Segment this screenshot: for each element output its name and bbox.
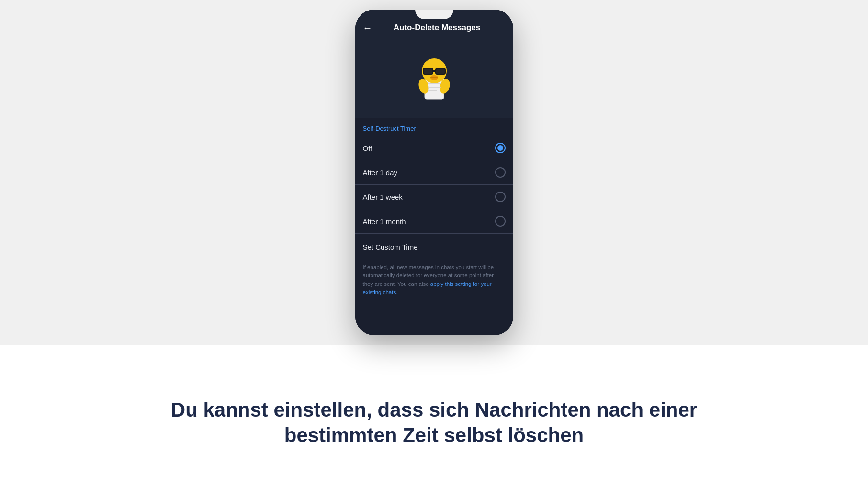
- phone-mockup: ← Auto-Delete Messages: [355, 10, 513, 335]
- screenshot-area: ← Auto-Delete Messages: [0, 0, 868, 345]
- radio-1week: [495, 192, 506, 202]
- radio-1month: [495, 216, 506, 227]
- option-1month[interactable]: After 1 month: [355, 209, 513, 233]
- caption-line2: bestimmten Zeit selbst löschen: [284, 424, 584, 446]
- option-1week[interactable]: After 1 week: [355, 185, 513, 209]
- back-button[interactable]: ←: [363, 23, 372, 33]
- radio-off-inner: [497, 145, 503, 151]
- description-text: If enabled, all new messages in chats yo…: [355, 258, 513, 304]
- caption-line1: Du kannst einstellen, dass sich Nachrich…: [171, 398, 697, 421]
- caption-area: Du kannst einstellen, dass sich Nachrich…: [0, 345, 868, 500]
- caption: Du kannst einstellen, dass sich Nachrich…: [171, 398, 697, 448]
- svg-rect-4: [424, 69, 432, 74]
- svg-rect-6: [433, 70, 435, 72]
- option-1day[interactable]: After 1 day: [355, 160, 513, 184]
- radio-1day: [495, 167, 506, 178]
- svg-rect-5: [436, 69, 445, 74]
- radio-off: [495, 143, 506, 153]
- option-custom-time[interactable]: Set Custom Time: [355, 236, 513, 258]
- phone-screen: ← Auto-Delete Messages: [355, 10, 513, 335]
- option-1day-label: After 1 day: [363, 169, 398, 177]
- description-end: .: [396, 289, 397, 295]
- option-off-label: Off: [363, 144, 372, 152]
- page-title: Auto-Delete Messages: [378, 23, 496, 33]
- option-1week-label: After 1 week: [363, 193, 403, 201]
- options-section: Self-Destruct Timer Off After 1 day: [355, 118, 513, 335]
- section-label: Self-Destruct Timer: [355, 118, 513, 136]
- option-1month-label: After 1 month: [363, 217, 406, 226]
- phone-notch: [415, 10, 453, 19]
- mascot-area: [355, 38, 513, 118]
- mascot-icon: [410, 48, 458, 107]
- custom-time-label: Set Custom Time: [363, 243, 418, 251]
- divider-4: [355, 233, 513, 234]
- option-off[interactable]: Off: [355, 136, 513, 160]
